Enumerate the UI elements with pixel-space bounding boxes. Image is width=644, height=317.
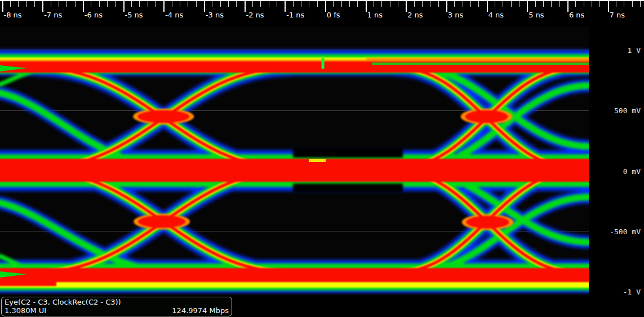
minor-tick <box>551 1 552 7</box>
minor-tick <box>495 1 495 7</box>
time-tick-label: -6 ns <box>85 11 103 19</box>
minor-tick <box>374 1 374 7</box>
major-tick <box>204 1 205 12</box>
minor-tick <box>99 1 100 7</box>
voltage-tick-label: -1 V <box>623 288 641 296</box>
voltage-tick-label: 0 mV <box>623 167 641 176</box>
major-tick <box>42 1 43 12</box>
minor-tick <box>478 1 479 7</box>
minor-tick <box>454 1 455 7</box>
minor-tick <box>10 1 11 7</box>
minor-tick <box>172 1 172 7</box>
trace-stats-row: 1.3080M UI 124.9974 Mbps <box>5 306 229 315</box>
minor-tick <box>131 1 132 7</box>
time-ruler: -8 ns-7 ns-6 ns-5 ns-4 ns-3 ns-2 ns-1 ns… <box>0 0 644 25</box>
minor-tick <box>277 1 277 7</box>
minor-tick <box>430 1 430 7</box>
time-tick-label: 2 ns <box>407 11 423 19</box>
minor-tick <box>317 1 318 7</box>
minor-tick <box>212 1 212 7</box>
minor-tick <box>333 1 334 7</box>
minor-tick <box>503 1 503 7</box>
minor-tick <box>236 1 237 7</box>
major-tick <box>2 1 3 12</box>
bit-rate: 124.9974 Mbps <box>172 306 229 315</box>
minor-tick <box>34 1 35 7</box>
minor-tick <box>293 1 294 7</box>
eye-diagram-heatmap <box>0 26 589 294</box>
time-tick-label: -2 ns <box>246 11 264 19</box>
time-tick-label: 5 ns <box>528 11 544 19</box>
time-tick-label: 3 ns <box>448 11 463 19</box>
major-tick <box>163 1 165 12</box>
minor-tick <box>156 1 156 7</box>
minor-tick <box>575 1 576 7</box>
trace-title: Eye(C2 - C3, ClockRec(C2 - C3)) <box>5 298 229 306</box>
minor-tick <box>66 1 67 7</box>
time-tick-label: 4 ns <box>488 11 504 19</box>
time-tick-label: 6 ns <box>569 11 584 19</box>
minor-tick <box>470 1 471 7</box>
minor-tick <box>107 1 108 7</box>
major-tick <box>123 1 125 12</box>
time-tick-label: 1 ns <box>367 11 383 19</box>
minor-tick <box>269 1 269 7</box>
minor-tick <box>196 1 197 7</box>
time-tick-label: -1 ns <box>286 11 304 19</box>
minor-tick <box>180 1 180 7</box>
minor-tick <box>559 1 560 7</box>
minor-tick <box>381 1 382 7</box>
eye-diagram-plot[interactable] <box>0 26 589 294</box>
minor-tick <box>357 1 358 7</box>
minor-tick <box>59 1 59 7</box>
minor-tick <box>18 1 19 7</box>
major-tick <box>366 1 367 12</box>
time-tick-label: -7 ns <box>44 11 62 19</box>
time-tick-label: -5 ns <box>125 11 143 19</box>
ui-count: 1.3080M UI <box>5 306 46 315</box>
major-tick <box>83 1 84 12</box>
voltage-tick-label: -500 mV <box>610 227 641 236</box>
minor-tick <box>148 1 148 7</box>
minor-tick <box>349 1 350 7</box>
minor-tick <box>252 1 253 7</box>
minor-tick <box>26 1 27 7</box>
minor-tick <box>341 1 342 7</box>
minor-tick <box>519 1 519 7</box>
measurement-marker <box>322 58 325 69</box>
minor-tick <box>422 1 423 7</box>
time-tick-label: -3 ns <box>206 11 224 19</box>
minor-tick <box>414 1 415 7</box>
voltage-axis: 1 V500 mV0 mV-500 mV-1 V <box>589 0 644 317</box>
minor-tick <box>535 1 536 7</box>
minor-tick <box>91 1 91 7</box>
minor-tick <box>139 1 140 7</box>
minor-tick <box>438 1 439 7</box>
oscilloscope-screen: -8 ns-7 ns-6 ns-5 ns-4 ns-3 ns-2 ns-1 ns… <box>0 0 644 317</box>
minor-tick <box>188 1 188 7</box>
minor-tick <box>115 1 116 7</box>
major-tick <box>325 1 326 12</box>
minor-tick <box>301 1 301 7</box>
minor-tick <box>75 1 75 7</box>
minor-tick <box>390 1 390 7</box>
minor-tick <box>584 1 584 7</box>
time-tick-label: 0 fs <box>327 11 340 19</box>
major-tick <box>285 1 286 12</box>
minor-tick <box>463 1 463 7</box>
major-tick <box>527 1 528 12</box>
major-tick <box>245 1 246 12</box>
major-tick <box>567 1 569 12</box>
time-tick-label: -4 ns <box>165 11 183 19</box>
time-tick-label: -8 ns <box>4 11 22 19</box>
minor-tick <box>511 1 512 7</box>
voltage-tick-label: 1 V <box>628 46 641 55</box>
major-tick <box>406 1 407 12</box>
trace-descriptor-box[interactable]: Eye(C2 - C3, ClockRec(C2 - C3)) 1.3080M … <box>1 297 232 316</box>
minor-tick <box>220 1 221 7</box>
major-tick <box>487 1 488 12</box>
ruler-baseline <box>0 0 644 1</box>
minor-tick <box>309 1 309 7</box>
voltage-tick-label: 500 mV <box>614 106 641 115</box>
minor-tick <box>543 1 544 7</box>
